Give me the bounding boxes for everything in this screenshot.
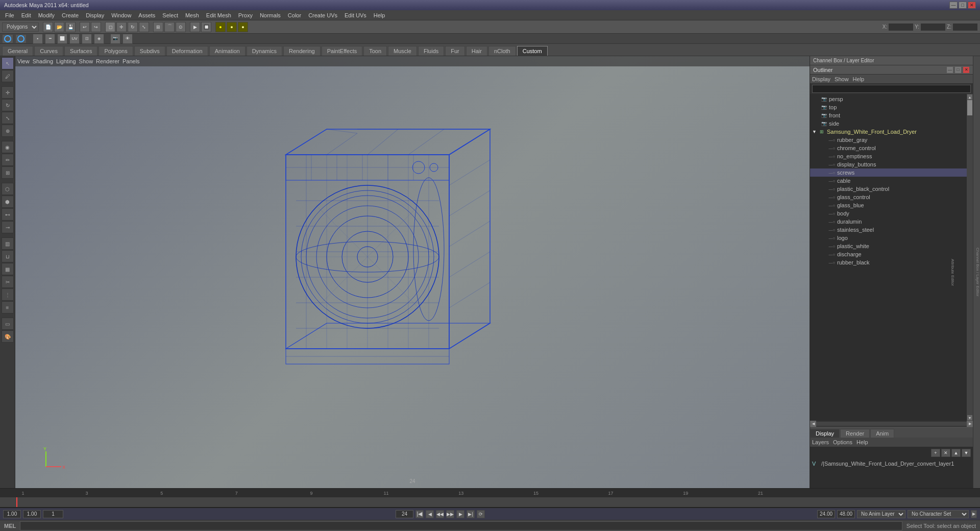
tab-general[interactable]: General (2, 46, 33, 56)
layer-down-button[interactable]: ▼ (962, 449, 971, 457)
sync2-button[interactable] (15, 34, 27, 43)
tab-subdivs[interactable]: Subdivs (134, 46, 165, 56)
make-live-tool[interactable]: ⬡ (2, 183, 14, 195)
layer-new-button[interactable]: + (931, 449, 940, 457)
menu-display[interactable]: Display (83, 11, 107, 19)
outliner-display-menu[interactable]: Display (812, 76, 830, 82)
panels-menu[interactable]: Panels (122, 58, 140, 64)
outliner-help-menu[interactable]: Help (853, 76, 865, 82)
outliner-item-front[interactable]: 📷 front (810, 111, 967, 119)
tab-curves[interactable]: Curves (34, 46, 63, 56)
menu-create-uvs[interactable]: Create UVs (305, 11, 340, 19)
light1-button[interactable]: ● (215, 22, 226, 32)
menu-help[interactable]: Help (371, 11, 388, 19)
paint-select-tool[interactable]: 🖊 (2, 70, 14, 82)
menu-edit-mesh[interactable]: Edit Mesh (203, 11, 234, 19)
outliner-item-display-buttons[interactable]: —○ display_buttons (810, 160, 967, 168)
tab-dynamics[interactable]: Dynamics (247, 46, 282, 56)
poly-edge-button[interactable]: ━ (45, 34, 55, 44)
tab-custom[interactable]: Custom (517, 46, 548, 56)
menu-create[interactable]: Create (59, 11, 82, 19)
open-file-button[interactable]: 📂 (54, 22, 64, 32)
soft-mod-tool[interactable]: ◉ (2, 141, 14, 153)
component-tool[interactable]: ⬢ (2, 196, 14, 208)
universal-tool[interactable]: ⊕ (2, 125, 14, 137)
outliner-item-glass-control[interactable]: —○ glass_control (810, 193, 967, 201)
outliner-item-no-emptiness[interactable]: —○ no_emptiness (810, 152, 967, 160)
outliner-item-chrome-control[interactable]: —○ chrome_control (810, 144, 967, 152)
hide-button[interactable]: 👁 (122, 34, 133, 44)
outliner-hscrollbar[interactable]: ◀ ▶ (810, 421, 973, 427)
outliner-content[interactable]: 📷 persp 📷 top 📷 front 📷 (810, 94, 967, 421)
poly-vertex-button[interactable]: ▪ (33, 34, 43, 44)
undo-button[interactable]: ↩ (80, 22, 90, 32)
layer-delete-button[interactable]: ✕ (941, 449, 950, 457)
mel-command-input[interactable] (20, 521, 902, 530)
outliner-item-screws[interactable]: —○ screws (810, 168, 967, 177)
char-set-dropdown[interactable]: No Character Set (908, 510, 969, 518)
rotate-tool-button[interactable]: ↻ (128, 22, 138, 32)
sculpt-tool[interactable]: ✏ (2, 154, 14, 166)
new-file-button[interactable]: 📄 (43, 22, 53, 32)
tab-rendering[interactable]: Rendering (283, 46, 321, 56)
hscroll-right-button[interactable]: ▶ (967, 421, 973, 427)
start-frame-input[interactable] (3, 510, 21, 518)
paint-vertex-tool[interactable]: 🎨 (2, 330, 14, 343)
menu-window[interactable]: Window (108, 11, 134, 19)
poly-uvs-button[interactable]: UV (69, 34, 80, 44)
select-tool-button[interactable]: ◻ (105, 22, 115, 32)
tab-toon[interactable]: Toon (363, 46, 387, 56)
snap-grid-button[interactable]: ⊞ (153, 22, 163, 32)
view-menu[interactable]: View (17, 58, 30, 64)
maximize-button[interactable]: □ (959, 2, 967, 9)
snap-curve-button[interactable]: ⌒ (164, 22, 175, 32)
tab-polygons[interactable]: Polygons (99, 46, 133, 56)
outliner-minimize[interactable]: — (946, 66, 953, 74)
scroll-thumb[interactable] (967, 100, 972, 115)
outliner-item-rubber-gray[interactable]: —○ rubber_gray (810, 136, 967, 144)
current-frame-input[interactable] (23, 510, 41, 518)
outliner-item-plastic-white[interactable]: —○ plastic_white (810, 242, 967, 250)
play-forward-button[interactable]: ▶▶ (446, 510, 454, 518)
outliner-item-dryer-group[interactable]: ▼ ⊞ Samsung_White_Front_Load_Dryer (810, 128, 967, 136)
outliner-item-persp[interactable]: 📷 persp (810, 95, 967, 103)
outliner-item-plastic-black[interactable]: —○ plastic_black_control (810, 185, 967, 193)
outliner-show-menu[interactable]: Show (835, 76, 849, 82)
curve-ep-tool[interactable]: ⊸ (2, 221, 14, 233)
renderer-menu[interactable]: Renderer (96, 58, 119, 64)
outliner-item-rubber-black[interactable]: —○ rubber_black (810, 258, 967, 267)
tab-hair[interactable]: Hair (466, 46, 487, 56)
step-forward-button[interactable]: ▶ (456, 510, 464, 518)
outliner-item-side[interactable]: 📷 side (810, 119, 967, 128)
outliner-item-stainless-steel[interactable]: —○ stainless_steel (810, 226, 967, 234)
outliner-search[interactable] (812, 85, 971, 93)
layer-anim-tab[interactable]: Anim (870, 429, 894, 438)
outliner-maximize[interactable]: □ (954, 66, 962, 74)
ipr-render-button[interactable]: 🔲 (201, 22, 211, 32)
tab-fluids[interactable]: Fluids (418, 46, 444, 56)
x-input[interactable] (888, 23, 914, 31)
create-poly-tool[interactable]: ▭ (2, 318, 14, 330)
move-tool-button[interactable]: ✛ (116, 22, 127, 32)
layer-up-button[interactable]: ▲ (951, 449, 961, 457)
step-back-button[interactable]: ◀ (426, 510, 434, 518)
timeline-range-end[interactable] (837, 510, 855, 518)
poly-face-button[interactable]: ⬜ (57, 34, 67, 44)
tab-animation[interactable]: Animation (209, 46, 246, 56)
attribute-editor-tab[interactable]: Channel Box / Layer Editor Attribute Edi… (973, 56, 980, 488)
shading-menu[interactable]: Shading (33, 58, 53, 64)
goto-end-button[interactable]: ▶| (467, 510, 475, 518)
sync1-button[interactable] (2, 34, 13, 43)
menu-normals[interactable]: Normals (257, 11, 284, 19)
loop-button[interactable]: ⟳ (477, 510, 485, 518)
scroll-up-button[interactable]: ▲ (967, 94, 973, 100)
scale-tool-ltb[interactable]: ⤡ (2, 112, 14, 124)
rotate-tool-ltb[interactable]: ↻ (2, 99, 14, 111)
outliner-close[interactable]: ✕ (963, 66, 970, 74)
menu-edit-uvs[interactable]: Edit UVs (341, 11, 370, 19)
lighting-menu[interactable]: Lighting (56, 58, 76, 64)
outliner-item-body[interactable]: —○ body (810, 209, 967, 218)
timeline-range-start[interactable] (817, 510, 835, 518)
goto-start-button[interactable]: |◀ (415, 510, 424, 518)
extrude-tool[interactable]: ▥ (2, 237, 14, 250)
